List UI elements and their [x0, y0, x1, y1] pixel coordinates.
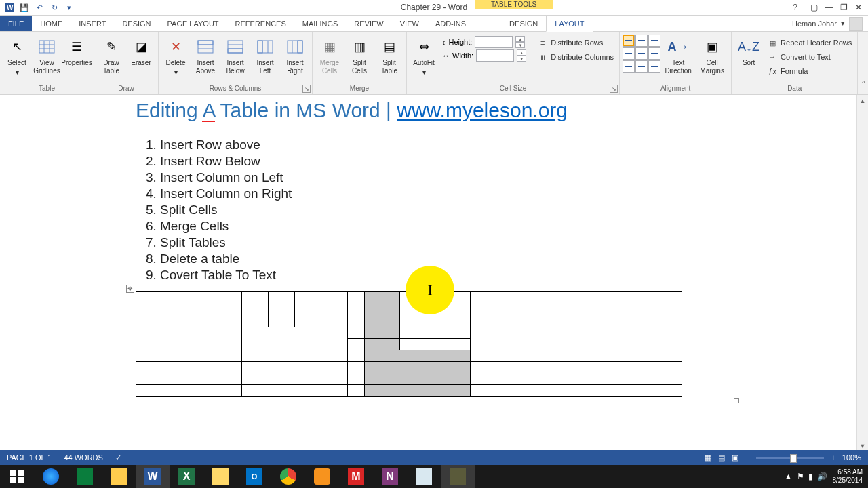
- tab-view[interactable]: VIEW: [392, 16, 427, 31]
- table-move-handle-icon[interactable]: ✥: [126, 285, 134, 293]
- zoom-in-icon[interactable]: +: [831, 453, 835, 462]
- table-row[interactable]: [136, 362, 682, 373]
- scroll-up-icon[interactable]: ▲: [857, 95, 868, 106]
- dialog-launcher-icon[interactable]: ↘: [302, 85, 311, 93]
- align-middle-center[interactable]: [635, 47, 648, 60]
- tab-mailings[interactable]: MAILINGS: [294, 16, 347, 31]
- align-top-right[interactable]: [648, 35, 660, 47]
- repeat-header-rows-button[interactable]: ▦Repeat Header Rows: [764, 36, 854, 49]
- close-button[interactable]: ✕: [852, 1, 865, 14]
- tab-design[interactable]: DESIGN: [114, 16, 159, 31]
- taskbar-recorder[interactable]: [441, 465, 475, 488]
- table-row[interactable]: [136, 350, 682, 362]
- taskbar-media[interactable]: [305, 465, 339, 488]
- taskbar-app-m[interactable]: M: [339, 465, 373, 488]
- list-item[interactable]: Split Cells: [160, 202, 732, 218]
- tab-table-design[interactable]: DESIGN: [501, 16, 546, 31]
- customize-qat-icon[interactable]: ▾: [62, 1, 76, 14]
- align-bottom-center[interactable]: [635, 60, 648, 73]
- view-read-mode-icon[interactable]: ▤: [718, 453, 725, 462]
- insert-right-button[interactable]: Insert Right: [281, 35, 309, 83]
- tab-addins[interactable]: ADD-INS: [427, 16, 474, 31]
- view-web-layout-icon[interactable]: ▣: [732, 453, 738, 462]
- taskbar-store[interactable]: [68, 465, 102, 488]
- align-bottom-left[interactable]: [623, 60, 635, 73]
- word-count[interactable]: 44 WORDS: [64, 453, 102, 462]
- tab-insert[interactable]: INSERT: [71, 16, 114, 31]
- table-row[interactable]: [136, 373, 682, 385]
- tab-file[interactable]: FILE: [0, 16, 32, 31]
- delete-button[interactable]: ✕Delete▾: [161, 35, 190, 83]
- redo-icon[interactable]: ↻: [47, 1, 61, 14]
- tab-page-layout[interactable]: PAGE LAYOUT: [159, 16, 227, 31]
- spinner-down-icon[interactable]: ▼: [517, 56, 526, 62]
- save-icon[interactable]: 💾: [18, 1, 31, 14]
- taskbar-explorer[interactable]: [102, 465, 136, 488]
- tab-references[interactable]: REFERENCES: [227, 16, 294, 31]
- tray-up-icon[interactable]: ▲: [785, 472, 793, 481]
- tab-home[interactable]: HOME: [32, 16, 71, 31]
- tray-volume-icon[interactable]: 🔊: [817, 472, 827, 481]
- list-item[interactable]: Insert Row above: [160, 137, 732, 153]
- list-item[interactable]: Merge Cells: [160, 218, 732, 235]
- collapse-ribbon-icon[interactable]: ^: [862, 79, 865, 87]
- table-resize-handle-icon[interactable]: [734, 398, 739, 403]
- vertical-scrollbar[interactable]: ▲ ▼: [856, 95, 868, 451]
- list-item[interactable]: Insert Column on Right: [160, 186, 732, 202]
- formula-button[interactable]: ƒxFormula: [764, 64, 854, 78]
- list-item[interactable]: Covert Table To Text: [160, 267, 732, 283]
- word-app-icon[interactable]: W: [3, 1, 16, 14]
- heading-link[interactable]: www.myeleson.org: [397, 99, 568, 121]
- taskbar-outlook[interactable]: O: [237, 465, 271, 488]
- taskbar-excel[interactable]: X: [170, 465, 203, 488]
- autofit-button[interactable]: ⇔AutoFit▾: [410, 35, 438, 83]
- list-item[interactable]: Split Tables: [160, 235, 732, 251]
- dialog-launcher-icon[interactable]: ↘: [610, 85, 618, 93]
- taskbar-chrome[interactable]: [271, 465, 305, 488]
- page-indicator[interactable]: PAGE 1 OF 1: [7, 453, 52, 462]
- table-row[interactable]: [136, 385, 682, 396]
- spinner-down-icon[interactable]: ▼: [515, 42, 525, 48]
- spinner-up-icon[interactable]: ▲: [515, 36, 525, 42]
- spinner-up-icon[interactable]: ▲: [517, 49, 526, 56]
- taskbar-folder[interactable]: [203, 465, 237, 488]
- document-table[interactable]: [136, 291, 682, 396]
- view-print-layout-icon[interactable]: ▦: [705, 453, 711, 462]
- convert-to-text-button[interactable]: →Convert to Text: [764, 50, 854, 64]
- clock[interactable]: 6:58 AM 8/25/2014: [833, 468, 863, 485]
- tray-network-icon[interactable]: ▮: [808, 472, 813, 481]
- minimize-button[interactable]: —: [822, 1, 835, 14]
- zoom-slider[interactable]: [756, 457, 824, 459]
- start-button[interactable]: [0, 465, 34, 488]
- zoom-level[interactable]: 100%: [842, 453, 861, 462]
- table-row[interactable]: [136, 292, 682, 327]
- split-table-button[interactable]: ▤Split Table: [375, 35, 403, 83]
- split-cells-button[interactable]: ▥Split Cells: [345, 35, 374, 83]
- cell-margins-button[interactable]: ▣Cell Margins: [696, 35, 728, 83]
- text-direction-button[interactable]: A→Text Direction: [662, 35, 694, 83]
- user-area[interactable]: Heman Johar ▾: [792, 16, 863, 31]
- distribute-rows-button[interactable]: ≡Distribute Rows: [534, 36, 616, 49]
- draw-table-button[interactable]: ✎Draw Table: [97, 35, 125, 83]
- insert-left-button[interactable]: Insert Left: [251, 35, 279, 83]
- insert-above-button[interactable]: Insert Above: [191, 35, 220, 83]
- list-item[interactable]: Delete a table: [160, 251, 732, 267]
- view-gridlines-button[interactable]: View Gridlines: [33, 35, 61, 83]
- list-item[interactable]: Insert Row Below: [160, 153, 732, 169]
- tab-review[interactable]: REVIEW: [346, 16, 391, 31]
- tab-table-layout[interactable]: LAYOUT: [546, 16, 593, 32]
- align-bottom-right[interactable]: [648, 60, 660, 73]
- proofing-icon[interactable]: ✓: [115, 453, 121, 462]
- align-top-left[interactable]: [623, 35, 635, 47]
- align-middle-left[interactable]: [623, 47, 635, 60]
- sort-button[interactable]: A↓ZSort: [734, 35, 763, 83]
- taskbar-ie[interactable]: [34, 465, 68, 488]
- ribbon-display-icon[interactable]: ▢: [807, 1, 821, 14]
- taskbar-onenote[interactable]: N: [373, 465, 407, 488]
- undo-icon[interactable]: ↶: [33, 1, 46, 14]
- eraser-button[interactable]: ◪Eraser: [127, 35, 155, 83]
- restore-button[interactable]: ❐: [837, 1, 850, 14]
- width-input[interactable]: [476, 49, 514, 62]
- taskbar-word[interactable]: W: [136, 465, 170, 488]
- taskbar-notepad[interactable]: [407, 465, 441, 488]
